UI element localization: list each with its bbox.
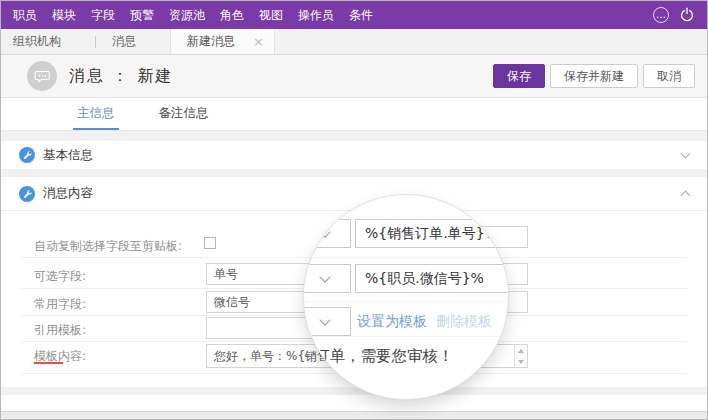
menu-item-staff[interactable]: 职员	[13, 7, 37, 24]
cancel-button[interactable]: 取消	[643, 64, 695, 88]
magnified-row-divider	[304, 257, 508, 258]
scroll-down-icon[interactable]	[515, 356, 527, 367]
auto-copy-label: 自动复制选择字段至剪贴板:	[34, 238, 182, 255]
textarea-scrollbar[interactable]	[514, 345, 527, 367]
chevron-up-icon[interactable]	[681, 191, 691, 201]
section-basic-info[interactable]: 基本信息	[1, 141, 707, 169]
chevron-down-icon[interactable]	[681, 149, 691, 159]
section-title: 消息内容	[43, 185, 93, 202]
magnified-dropdown[interactable]	[303, 219, 351, 248]
message-bubble-icon	[27, 61, 57, 91]
spacer	[1, 169, 707, 177]
menu-item-operator[interactable]: 操作员	[298, 7, 334, 24]
app-window: 职员 模块 字段 预警 资源池 角色 视图 操作员 条件 … 组织机构 消息 新…	[0, 0, 708, 420]
tab-remark-info[interactable]: 备注信息	[155, 98, 213, 130]
status-bar	[1, 411, 707, 420]
wrench-icon	[19, 186, 35, 202]
magnified-template-text: 订单，需要您审核！	[314, 346, 454, 367]
magnified-template-links: 设置为模板 删除模板	[357, 307, 492, 336]
menu-item-field[interactable]: 字段	[91, 7, 115, 24]
auto-copy-checkbox[interactable]	[204, 237, 216, 249]
magnified-order-no-input[interactable]: %{销售订单.单号}%	[355, 219, 509, 248]
scroll-up-icon[interactable]	[515, 345, 527, 356]
wrench-icon	[19, 147, 35, 163]
save-and-new-button[interactable]: 保存并新建	[550, 64, 638, 88]
chevron-down-icon	[319, 271, 330, 282]
chevron-down-icon	[319, 226, 330, 237]
tab-new-message[interactable]: 新建消息 ×	[170, 29, 275, 54]
section-title: 基本信息	[43, 147, 93, 164]
page-title: 消息 ： 新建	[69, 66, 173, 87]
header-buttons: 保存 保存并新建 取消	[493, 64, 695, 88]
chevron-down-icon	[319, 314, 330, 325]
set-as-template-link[interactable]: 设置为模板	[357, 313, 427, 331]
menu-item-alert[interactable]: 预警	[130, 7, 154, 24]
tab-main-info[interactable]: 主信息	[73, 98, 119, 130]
menubar-icons: …	[653, 7, 695, 23]
common-field-label: 常用字段:	[34, 296, 86, 313]
magnified-dropdown[interactable]	[303, 264, 351, 293]
spacer	[1, 131, 707, 141]
section-message-content[interactable]: 消息内容	[1, 177, 707, 210]
tabstrip: 组织机构 消息 新建消息 ×	[1, 29, 707, 55]
menu-item-resource-pool[interactable]: 资源池	[169, 7, 205, 24]
spacer	[1, 387, 707, 395]
save-button[interactable]: 保存	[493, 64, 545, 88]
magnified-row-divider	[304, 336, 508, 337]
menu-item-module[interactable]: 模块	[52, 7, 76, 24]
menu-item-view[interactable]: 视图	[259, 7, 283, 24]
detail-tabs: 主信息 备注信息	[1, 98, 707, 131]
more-icon[interactable]: …	[653, 7, 669, 23]
magnified-wechat-input[interactable]: %{职员.微信号}%	[355, 264, 509, 293]
close-icon[interactable]: ×	[253, 35, 264, 48]
menu-item-condition[interactable]: 条件	[349, 7, 373, 24]
selectable-field-value: 单号	[214, 266, 238, 283]
magnifier-overlay: %{销售订单.单号}% %{职员.微信号}% 设置为模板 删除模板 订单，需要您…	[303, 194, 509, 400]
required-underline	[34, 362, 63, 364]
common-field-value: 微信号	[214, 294, 250, 311]
tab-new-message-label: 新建消息	[187, 33, 235, 50]
delete-template-link[interactable]: 删除模板	[436, 313, 492, 331]
selectable-field-label: 可选字段:	[34, 268, 86, 285]
power-icon[interactable]	[679, 7, 695, 23]
menu-item-role[interactable]: 角色	[220, 7, 244, 24]
magnified-dropdown[interactable]	[303, 307, 351, 336]
tab-organization[interactable]: 组织机构	[1, 29, 95, 54]
tab-message[interactable]: 消息	[96, 29, 170, 54]
magnified-row-divider	[304, 301, 508, 302]
page-header: 消息 ： 新建 保存 保存并新建 取消	[1, 55, 707, 98]
reference-template-label: 引用模板:	[34, 322, 86, 339]
menubar: 职员 模块 字段 预警 资源池 角色 视图 操作员 条件 …	[1, 1, 707, 29]
